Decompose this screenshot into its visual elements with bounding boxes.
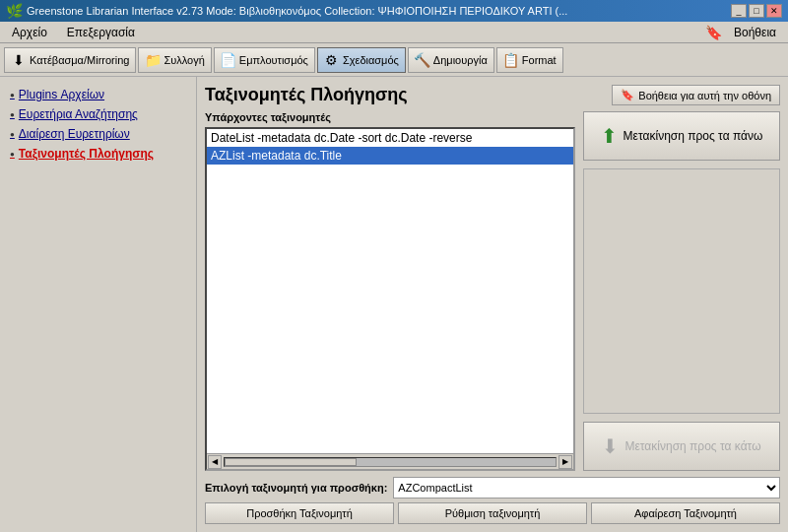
move-up-label: Μετακίνηση προς τα πάνω [624,129,763,143]
title-bar-text: 🌿 Greenstone Librarian Interface v2.73 M… [6,3,567,19]
menu-items: Αρχείο Επεξεργασία [4,24,143,41]
scroll-left-arrow[interactable]: ◀ [208,455,222,469]
download-icon: ⬇ [11,52,27,68]
classifiers-list: DateList -metadata dc.Date -sort dc.Date… [207,129,573,453]
tab-create[interactable]: 🔨 Δημιουργία [408,47,494,73]
menu-help[interactable]: Βοήθεια [726,24,784,41]
title-text: Greenstone Librarian Interface v2.73 Mod… [27,5,567,17]
help-page-button[interactable]: 🔖 Βοήθεια για αυτή την οθόνη [612,85,780,105]
bullet-icon: ● [10,91,15,100]
close-button[interactable]: ✕ [766,4,782,18]
help-btn-icon: 🔖 [621,89,634,101]
toolbar: ⬇ Κατέβασμα/Mirroring 📁 Συλλογή 📄 Εμπλου… [0,43,788,77]
classifiers-label: Υπάρχοντες ταξινομητές [205,111,575,123]
maximize-button[interactable]: □ [749,4,764,18]
title-bar-controls[interactable]: _ □ ✕ [731,4,782,18]
tab-download-label: Κατέβασμα/Mirroring [30,54,129,66]
classifiers-left-panel: Υπάρχοντες ταξινομητές DateList -metadat… [205,111,575,471]
tab-collection-label: Συλλογή [164,54,204,66]
arrow-up-icon: ⬆ [601,124,618,148]
configure-classifier-button[interactable]: Ρύθμιση ταξινομητή [398,502,587,524]
page-title: Ταξινομητές Πλοήγησης [205,85,408,105]
sidebar-item-indexes-label: Ευρετήρια Αναζήτησης [19,107,138,121]
menu-bar: Αρχείο Επεξεργασία 🔖 Βοήθεια [0,22,788,43]
bottom-controls: Επιλογή ταξινομητή για προσθήκη: AZCompa… [205,477,780,524]
tab-enrich[interactable]: 📄 Εμπλουτισμός [214,47,315,73]
title-bar: 🌿 Greenstone Librarian Interface v2.73 M… [0,0,788,22]
classifier-list-item[interactable]: AZList -metadata dc.Title [207,147,573,165]
sidebar-item-classifiers-label: Ταξινομητές Πλοήγησης [19,147,154,161]
remove-classifier-button[interactable]: Αφαίρεση Ταξινομητή [591,502,780,524]
classifier-list-item[interactable]: DateList -metadata dc.Date -sort dc.Date… [207,129,573,147]
scroll-right-arrow[interactable]: ▶ [558,455,572,469]
tab-design-label: Σχεδιασμός [343,54,399,66]
tab-create-label: Δημιουργία [433,54,488,66]
classifier-select[interactable]: AZCompactListAZListDateListHierarchyList… [393,477,780,499]
sidebar-item-classifiers[interactable]: ● Ταξινομητές Πλοήγησης [6,144,190,164]
tab-enrich-label: Εμπλουτισμός [239,54,308,66]
selector-label: Επιλογή ταξινομητή για προσθήκη: [205,482,387,494]
bullet-icon: ● [10,150,15,159]
move-up-button[interactable]: ⬆ Μετακίνηση προς τα πάνω [583,111,780,161]
tab-download[interactable]: ⬇ Κατέβασμα/Mirroring [4,47,136,73]
menu-help-area: 🔖 Βοήθεια [705,24,784,41]
collection-icon: 📁 [145,52,161,68]
classifiers-section: Υπάρχοντες ταξινομητές DateList -metadat… [205,111,780,471]
content-area: Ταξινομητές Πλοήγησης 🔖 Βοήθεια για αυτή… [197,77,788,532]
tab-format-label: Format [522,54,557,66]
minimize-button[interactable]: _ [731,4,747,18]
sidebar-item-plugins-label: Plugins Αρχείων [19,88,104,101]
right-spacer [583,168,780,414]
classifiers-right-panel: ⬆ Μετακίνηση προς τα πάνω ⬇ Μετακίνηση π… [583,111,780,471]
horizontal-scrollbar[interactable]: ◀ ▶ [207,453,573,469]
move-down-button[interactable]: ⬇ Μετακίνηση προς τα κάτω [583,422,780,471]
arrow-down-icon: ⬇ [602,434,619,458]
sidebar-item-plugins[interactable]: ● Plugins Αρχείων [6,85,190,104]
sidebar-item-indexes[interactable]: ● Ευρετήρια Αναζήτησης [6,104,190,124]
sidebar: ● Plugins Αρχείων ● Ευρετήρια Αναζήτησης… [0,77,197,532]
sidebar-item-partition-label: Διαίρεση Ευρετηρίων [19,127,130,141]
main-area: ● Plugins Αρχείων ● Ευρετήρια Αναζήτησης… [0,77,788,532]
design-icon: ⚙ [324,52,340,68]
tab-collection[interactable]: 📁 Συλλογή [138,47,211,73]
add-classifier-button[interactable]: Προσθήκη Ταξινομητή [205,502,394,524]
move-down-label: Μετακίνηση προς τα κάτω [624,439,760,453]
selector-row: Επιλογή ταξινομητή για προσθήκη: AZCompa… [205,477,780,499]
menu-file[interactable]: Αρχείο [4,24,55,41]
bullet-icon: ● [10,130,15,139]
help-btn-label: Βοήθεια για αυτή την οθόνη [638,90,771,101]
action-buttons: Προσθήκη Ταξινομητή Ρύθμιση ταξινομητή Α… [205,502,780,524]
format-icon: 📋 [503,52,519,68]
app-icon: 🌿 [6,3,23,19]
menu-edit[interactable]: Επεξεργασία [59,24,143,41]
classifiers-list-container: DateList -metadata dc.Date -sort dc.Date… [205,127,575,471]
tab-format[interactable]: 📋 Format [496,47,563,73]
content-header: Ταξινομητές Πλοήγησης 🔖 Βοήθεια για αυτή… [205,85,780,105]
tab-design[interactable]: ⚙ Σχεδιασμός [317,47,406,73]
scroll-track[interactable] [224,457,557,467]
enrich-icon: 📄 [221,52,236,68]
help-icon: 🔖 [705,25,722,40]
scroll-thumb[interactable] [225,458,357,466]
create-icon: 🔨 [415,52,430,68]
sidebar-item-partition[interactable]: ● Διαίρεση Ευρετηρίων [6,124,190,144]
bullet-icon: ● [10,110,15,119]
